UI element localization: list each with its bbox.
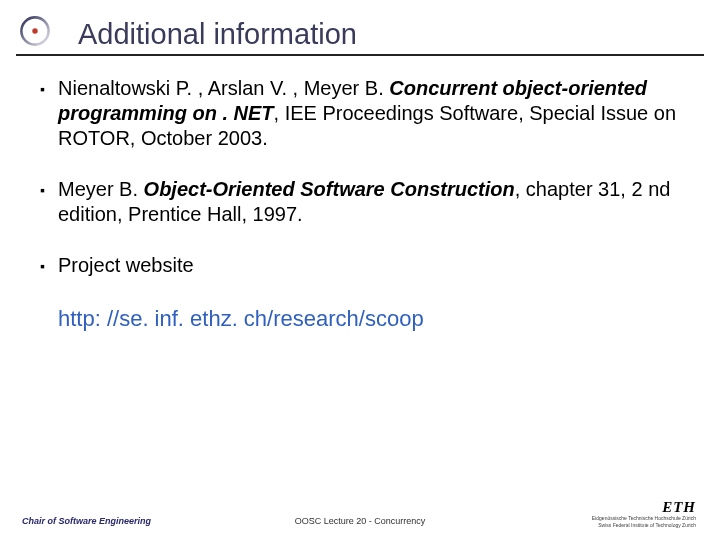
slide: Additional information ▪ Nienaltowski P.…	[0, 0, 720, 540]
bullet-text: Meyer B. Object-Oriented Software Constr…	[58, 177, 684, 227]
bullet-marker-icon: ▪	[40, 76, 58, 102]
project-website-label: Project website	[58, 254, 194, 276]
bullet-text: Nienaltowski P. , Arslan V. , Meyer B. C…	[58, 76, 684, 151]
bullet-marker-icon: ▪	[40, 253, 58, 279]
eth-sub1: Eidgenössische Technische Hochschule Zür…	[592, 516, 696, 522]
bullet-item: ▪ Meyer B. Object-Oriented Software Cons…	[40, 177, 684, 227]
slide-footer: Chair of Software Engineering OOSC Lectu…	[0, 506, 720, 530]
bullet-text: Project website	[58, 253, 684, 278]
slide-title: Additional information	[78, 18, 357, 51]
eth-logo-block: ETH Eidgenössische Technische Hochschule…	[592, 500, 696, 528]
bullet-item: ▪ Project website	[40, 253, 684, 279]
eth-sub2: Swiss Federal Institute of Technology Zu…	[592, 523, 696, 529]
bullet-item: ▪ Nienaltowski P. , Arslan V. , Meyer B.…	[40, 76, 684, 151]
eth-logo-icon: ETH	[592, 500, 696, 515]
title-rule	[16, 54, 704, 56]
slide-body: ▪ Nienaltowski P. , Arslan V. , Meyer B.…	[40, 76, 684, 333]
ref-title: Object-Oriented Software Construction	[144, 178, 515, 200]
ref-authors: Meyer B.	[58, 178, 144, 200]
project-url: http: //se. inf. ethz. ch/research/scoop	[58, 305, 684, 333]
bullet-marker-icon: ▪	[40, 177, 58, 203]
ring-dot-icon	[18, 14, 52, 48]
ref-authors: Nienaltowski P. , Arslan V. , Meyer B.	[58, 77, 389, 99]
svg-point-1	[32, 28, 37, 33]
